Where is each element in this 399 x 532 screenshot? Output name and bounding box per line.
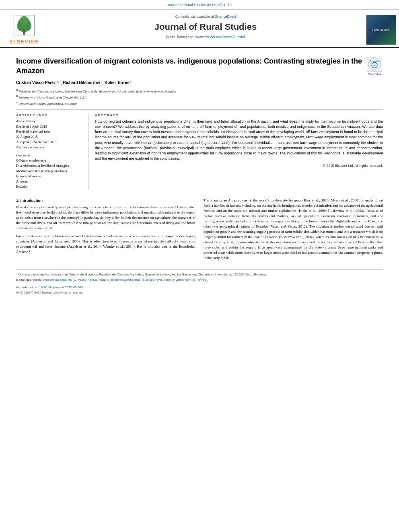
journal-logo-right: Rural Studies	[363, 13, 399, 47]
history-label: Article history:	[16, 119, 83, 123]
elsevier-logo-area: ELSEVIER	[0, 13, 48, 47]
svg-text:CrossMark: CrossMark	[370, 60, 380, 62]
elsevier-tree-icon	[12, 14, 36, 37]
affiliation-1: a Facultad de Ciencias Agrícolas, Univer…	[16, 88, 383, 94]
keyword-4: Household survey	[16, 174, 83, 179]
author-3-name: Bolier Torres	[105, 81, 130, 85]
author-1-name: Cristian Vasco Pérez	[16, 81, 56, 85]
footnote-section: * Corresponding author. Universidad Cent…	[16, 269, 383, 295]
svg-text:✓: ✓	[373, 64, 376, 68]
affiliation-3: c Universidad Estatal Amazónica, Ecuador	[16, 100, 383, 106]
intro-paragraph-1: How do the very different types of peopl…	[16, 205, 195, 231]
corresponding-author-note: * Corresponding author. Universidad Cent…	[16, 272, 383, 277]
abstract-column: ABSTRACT How do migrant colonists and in…	[95, 113, 383, 189]
intro-paragraph-3: The Ecuadorian Amazon, one of the world'…	[204, 198, 383, 261]
page: Journal of Rural Studies 42 (2015) 1–10 …	[0, 0, 399, 532]
available-date: Available online xxx	[16, 145, 83, 150]
article-body: Income diversification of migrant coloni…	[0, 48, 399, 303]
section-1-title: 1. Introduction	[16, 198, 195, 203]
author-1-sup: a, *	[56, 80, 60, 83]
keywords-label: Keywords:	[16, 153, 83, 158]
authors-line: Cristian Vasco Pérez a, *, Richard Bilsb…	[16, 80, 383, 86]
keyword-6: Ecuador	[16, 185, 83, 189]
journal-header: ELSEVIER Contents lists available at Sci…	[0, 10, 399, 48]
rural-studies-logo: Rural Studies	[366, 15, 396, 45]
journal-name-center: Contents lists available at ScienceDirec…	[48, 13, 363, 47]
affiliation-2-text: University of North Carolina at Chapel H…	[19, 96, 87, 99]
revised-date: 22 August 2015	[16, 135, 83, 140]
crossmark-label: CrossMark	[367, 72, 383, 76]
email-footnote: E-mail addresses: cvasco@uce.edu.ec (C. …	[16, 277, 383, 282]
author-3-sup: c	[130, 80, 132, 83]
affiliation-2: b University of North Carolina at Chapel…	[16, 94, 383, 100]
journal-citation-link[interactable]: Journal of Rural Studies 42 (2015) 1–10	[167, 3, 232, 7]
intro-paragraph-2: For some decades now, off-farm employmen…	[16, 234, 195, 255]
doi-link[interactable]: http://dx.doi.org/10.1016/j.jrurstud.201…	[16, 285, 383, 290]
journal-homepage-line: journal homepage: www.elsevier.com/locat…	[52, 35, 359, 40]
divider-1	[16, 109, 383, 110]
issn-line: 0743-0167/© 2015 Elsevier Ltd. All right…	[16, 291, 383, 295]
body-columns: 1. Introduction How do the very differen…	[16, 198, 383, 263]
affiliation-2-label: b	[16, 94, 18, 98]
keyword-5: Amazon	[16, 179, 83, 184]
crossmark-icon[interactable]: CrossMark ✓	[367, 57, 382, 72]
elsevier-brand-text: ELSEVIER	[9, 38, 38, 45]
keyword-2: Diversification of livelihood strategies	[16, 164, 83, 168]
copyright-line: © 2015 Elsevier Ltd. All rights reserved…	[95, 164, 383, 168]
keyword-1: Off-farm employment	[16, 158, 83, 163]
affiliation-1-text: Facultad de Ciencias Agrícolas, Universi…	[19, 89, 177, 93]
rural-studies-logo-text: Rural Studies	[372, 28, 389, 32]
article-info-heading: ARTICLE INFO	[16, 113, 83, 117]
affiliation-3-text: Universidad Estatal Amazónica, Ecuador	[19, 102, 77, 106]
body-col-2: The Ecuadorian Amazon, one of the world'…	[204, 198, 383, 263]
accepted-date: Accepted 13 September 2015	[16, 140, 83, 145]
journal-homepage-link[interactable]: www.elsevier.com/locate/jrurstud	[195, 35, 245, 39]
abstract-text: How do migrant colonists and indigenous …	[95, 119, 383, 161]
author-2-sup: b	[100, 80, 103, 83]
sciencedirect-line: Contents lists available at ScienceDirec…	[52, 14, 359, 19]
article-info-abstract-columns: ARTICLE INFO Article history: Received 2…	[16, 113, 383, 189]
svg-point-4	[20, 16, 29, 27]
sciencedirect-link[interactable]: ScienceDirect	[215, 14, 236, 18]
email-links[interactable]: cvasco@uce.edu.ec (C. Vasco Pérez), rich…	[43, 278, 208, 281]
author-2-name: Richard Bilsborrow	[63, 81, 100, 85]
journal-main-title: Journal of Rural Studies	[52, 21, 359, 33]
article-title: Income diversification of migrant coloni…	[16, 57, 363, 76]
abstract-heading: ABSTRACT	[95, 113, 383, 117]
body-col-1: 1. Introduction How do the very differen…	[16, 198, 195, 263]
journal-top-bar: Journal of Rural Studies 42 (2015) 1–10	[0, 0, 399, 10]
article-title-section: Income diversification of migrant coloni…	[16, 53, 383, 76]
revised-label: Received in revised form	[16, 129, 83, 134]
article-info-column: ARTICLE INFO Article history: Received 2…	[16, 113, 88, 189]
keywords-section: Keywords: Off-farm employment Diversific…	[16, 153, 83, 189]
affiliation-1-label: a	[16, 88, 18, 92]
crossmark-badge-area: CrossMark ✓ CrossMark	[367, 57, 383, 76]
introduction-section: 1. Introduction How do the very differen…	[16, 198, 383, 263]
affiliation-3-label: c	[16, 101, 18, 104]
keyword-3: Mestizos and indigenous populations	[16, 169, 83, 174]
received-date: Received 2 April 2015	[16, 125, 83, 129]
